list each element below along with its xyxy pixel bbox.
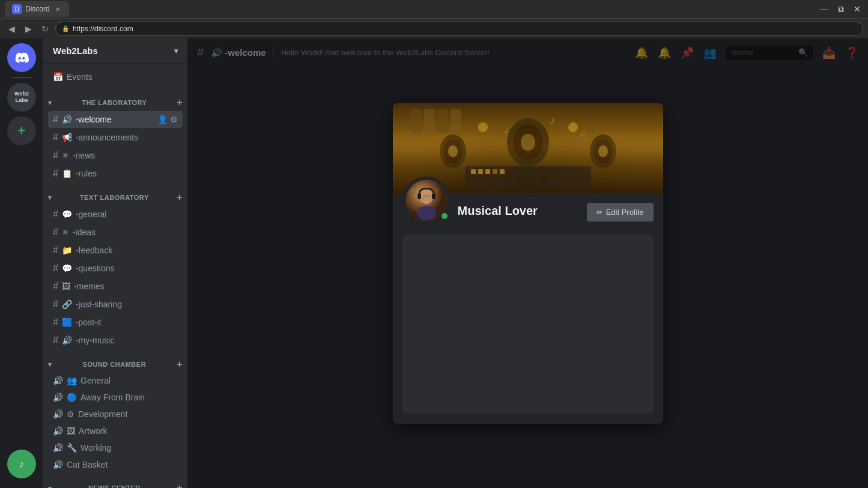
channel-item-news[interactable]: # ✳ -news xyxy=(48,147,183,164)
channel-name: General xyxy=(80,376,111,385)
events-icon: 📅 xyxy=(53,72,63,82)
channel-item-feedback[interactable]: # 📁 -feedback xyxy=(48,242,183,259)
category-add-button[interactable]: + xyxy=(177,97,183,108)
channel-item-announcements[interactable]: # 📢 -announcements xyxy=(48,129,183,146)
modal-overlay[interactable]: ♩ ♪ ♫ xyxy=(187,38,868,488)
category-text-laboratory[interactable]: ▾ TEXT LABORATORY + xyxy=(43,182,187,205)
svg-rect-19 xyxy=(500,169,505,174)
svg-point-10 xyxy=(598,145,608,157)
svg-text:♪: ♪ xyxy=(549,113,555,127)
discord-app: Web2Labs + ♪ Web2Labs ▾ 📅 Events ▾ THE L… xyxy=(0,38,868,488)
category-label: THE LABORATORY xyxy=(82,99,147,106)
category-add-button[interactable]: + xyxy=(177,192,183,203)
server-icon-web2labs[interactable]: Web2Labs xyxy=(7,83,36,112)
svg-rect-14 xyxy=(465,166,591,190)
channel-emoji: 📁 xyxy=(62,246,72,255)
voice-channel-away-from-brain[interactable]: 🔊 🔵 Away From Brain xyxy=(48,390,183,405)
profile-content-area xyxy=(402,234,654,414)
discord-home-button[interactable] xyxy=(7,43,36,72)
channel-hash-icon: # xyxy=(53,114,58,125)
server-list: Web2Labs + ♪ xyxy=(0,38,43,488)
channel-name: -feedback xyxy=(76,246,112,255)
voice-channel-working[interactable]: 🔊 🔧 Working xyxy=(48,440,183,456)
browser-chrome: D Discord ✕ — ⧉ ✕ ◀ ▶ ↻ 🔒 https://discor… xyxy=(0,0,868,38)
channel-item-welcome[interactable]: # 🔊 -welcome 👤 ⚙ xyxy=(48,111,183,128)
profile-info-row: ♪ ♫ Musical Lover ✏ Edit Profile xyxy=(393,193,663,229)
add-server-button[interactable]: + xyxy=(7,116,36,145)
channel-name: -ideas xyxy=(73,227,96,237)
category-add-button[interactable]: + xyxy=(177,359,183,370)
svg-rect-18 xyxy=(493,169,497,174)
channel-name: -my-music xyxy=(76,336,115,345)
edit-profile-button[interactable]: ✏ Edit Profile xyxy=(587,203,654,221)
main-content: # 🔊 -welcome Hello World! And welcome to… xyxy=(187,38,868,488)
refresh-button[interactable]: ↻ xyxy=(38,22,52,35)
channel-name: -just-sharing xyxy=(76,300,122,309)
forward-button[interactable]: ▶ xyxy=(22,22,35,35)
channel-item-ideas[interactable]: # ✳ -ideas xyxy=(48,224,183,241)
channel-emoji: ✳ xyxy=(62,151,69,160)
server-name: Web2Labs xyxy=(53,46,98,56)
voice-emoji: 🖼 xyxy=(67,426,75,436)
events-item[interactable]: 📅 Events xyxy=(48,68,183,85)
svg-point-20 xyxy=(478,122,488,132)
profile-username: Musical Lover xyxy=(458,204,538,218)
back-button[interactable]: ◀ xyxy=(5,22,18,35)
channel-actions: 👤 ⚙ xyxy=(157,115,178,124)
channel-item-my-music[interactable]: # 🔊 -my-music xyxy=(48,332,183,349)
browser-title-bar: D Discord ✕ — ⧉ ✕ xyxy=(0,0,868,18)
svg-rect-28 xyxy=(417,193,421,199)
channel-gear-icon[interactable]: ⚙ xyxy=(170,115,178,124)
channel-hash-icon: # xyxy=(53,227,58,238)
tab-close-button[interactable]: ✕ xyxy=(53,5,62,13)
category-the-laboratory[interactable]: ▾ THE LABORATORY + xyxy=(43,88,187,110)
svg-point-13 xyxy=(521,134,535,151)
channel-item-rules[interactable]: # 📋 -rules xyxy=(48,165,183,182)
browser-nav-bar: ◀ ▶ ↻ 🔒 https://discord.com xyxy=(0,18,868,38)
server-header[interactable]: Web2Labs ▾ xyxy=(43,38,187,64)
channel-item-questions[interactable]: # 💬 -questions xyxy=(48,260,183,277)
window-restore-button[interactable]: ⧉ xyxy=(836,4,846,14)
channel-settings-icon[interactable]: 👤 xyxy=(157,115,168,124)
lock-icon: 🔒 xyxy=(62,25,69,32)
url-bar[interactable]: 🔒 https://discord.com xyxy=(55,22,863,36)
svg-point-27 xyxy=(417,206,436,220)
browser-tab[interactable]: D Discord ✕ xyxy=(5,1,69,17)
channel-emoji: 🔗 xyxy=(62,300,72,309)
svg-point-21 xyxy=(568,122,578,132)
voice-channel-general[interactable]: 🔊 👥 General xyxy=(48,373,183,388)
channel-hash-icon: # xyxy=(53,209,58,220)
channel-hash-icon: # xyxy=(53,299,58,310)
channel-item-memes[interactable]: # 🖼 -memes xyxy=(48,278,183,295)
events-label: Events xyxy=(67,72,93,82)
channel-item-general[interactable]: # 💬 -general xyxy=(48,206,183,223)
channel-item-post-it[interactable]: # 🟦 -post-it xyxy=(48,314,183,331)
category-label: TEXT LABORATORY xyxy=(80,194,149,201)
voice-icon: 🔊 xyxy=(53,393,63,402)
channel-hash-icon: # xyxy=(53,281,58,292)
window-minimize-button[interactable]: — xyxy=(818,4,831,14)
channel-hash-icon: # xyxy=(53,335,58,346)
user-status-icon[interactable]: ♪ xyxy=(7,450,36,478)
channel-name: -questions xyxy=(76,264,115,273)
channel-hash-icon: # xyxy=(53,168,58,179)
category-add-button[interactable]: + xyxy=(177,483,183,488)
channel-name: Working xyxy=(80,443,111,453)
channel-emoji: 📋 xyxy=(62,169,72,178)
category-news-center[interactable]: ▾ NEWS CENTER + xyxy=(43,473,187,488)
voice-channel-artwork[interactable]: 🔊 🖼 Artwork xyxy=(48,423,183,439)
svg-text:♫: ♫ xyxy=(579,128,586,138)
voice-emoji: 🔵 xyxy=(67,393,77,402)
category-sound-chamber[interactable]: ▾ SOUND CHAMBER + xyxy=(43,349,187,372)
channel-name: Development xyxy=(78,409,128,419)
voice-channel-development[interactable]: 🔊 ⚙ Development xyxy=(48,406,183,422)
channel-name: -general xyxy=(76,209,106,219)
channel-item-just-sharing[interactable]: # 🔗 -just-sharing xyxy=(48,296,183,313)
voice-channel-cat-basket[interactable]: 🔊 Cat Basket xyxy=(48,457,183,472)
window-close-button[interactable]: ✕ xyxy=(851,4,863,14)
channel-name: -welcome xyxy=(76,115,112,124)
voice-emoji: 🔧 xyxy=(67,443,77,453)
window-controls: — ⧉ ✕ xyxy=(818,4,863,14)
svg-rect-1 xyxy=(411,109,422,133)
url-text: https://discord.com xyxy=(73,25,133,33)
